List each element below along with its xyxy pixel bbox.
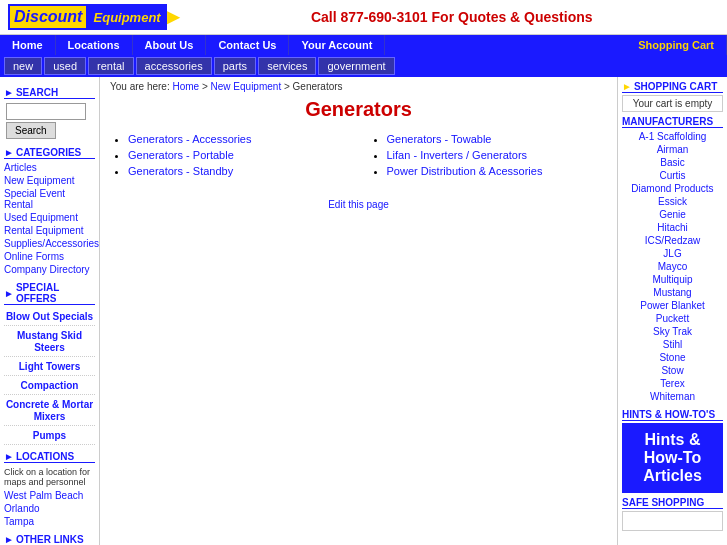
gen-towable-link[interactable]: Generators - Towable bbox=[387, 133, 492, 145]
loc-orlando[interactable]: Orlando bbox=[4, 502, 95, 515]
edit-page-link[interactable]: Edit this page bbox=[328, 199, 389, 210]
search-section-icon: ► bbox=[4, 87, 14, 98]
offer-pumps: Pumps bbox=[4, 426, 95, 445]
cart-header: ► SHOPPING CART bbox=[622, 81, 723, 93]
offer-blowout: Blow Out Specials bbox=[4, 307, 95, 326]
cat-link-supplies[interactable]: Supplies/Accessories bbox=[4, 237, 95, 250]
mfr-jlg[interactable]: JLG bbox=[622, 247, 723, 260]
categories-icon: ► bbox=[4, 147, 14, 158]
mfr-ics[interactable]: ICS/Redzaw bbox=[622, 234, 723, 247]
other-links-icon: ► bbox=[4, 534, 14, 545]
search-section-label: SEARCH bbox=[16, 87, 58, 98]
mfr-mustang[interactable]: Mustang bbox=[622, 286, 723, 299]
cart-icon: ► bbox=[622, 81, 632, 92]
nav-account[interactable]: Your Account bbox=[289, 35, 385, 55]
mfr-a1scaffolding[interactable]: A-1 Scaffolding bbox=[622, 130, 723, 143]
mfr-hitachi[interactable]: Hitachi bbox=[622, 221, 723, 234]
main-layout: ► SEARCH Search ► CATEGORIES Articles Ne… bbox=[0, 77, 727, 545]
loc-tampa[interactable]: Tampa bbox=[4, 515, 95, 528]
mfr-stow[interactable]: Stow bbox=[622, 364, 723, 377]
cat-accessories[interactable]: accessories bbox=[136, 57, 212, 75]
other-links-label: OTHER LINKS bbox=[16, 534, 84, 545]
cat-link-used-equipment[interactable]: Used Equipment bbox=[4, 211, 95, 224]
cat-parts[interactable]: parts bbox=[214, 57, 256, 75]
main-content: You are here: Home > New Equipment > Gen… bbox=[100, 77, 617, 545]
categories-label: CATEGORIES bbox=[16, 147, 81, 158]
manufacturers-header: MANUFACTURERS bbox=[622, 116, 723, 128]
mfr-terex[interactable]: Terex bbox=[622, 377, 723, 390]
edit-page: Edit this page bbox=[110, 199, 607, 210]
mfr-airman[interactable]: Airman bbox=[622, 143, 723, 156]
breadcrumb-new-equipment[interactable]: New Equipment bbox=[211, 81, 282, 92]
nav-home[interactable]: Home bbox=[0, 35, 56, 55]
manufacturer-list: A-1 Scaffolding Airman Basic Curtis Diam… bbox=[622, 130, 723, 403]
hints-line3: Articles bbox=[626, 467, 719, 485]
mfr-diamond[interactable]: Diamond Products bbox=[622, 182, 723, 195]
locations-label: LOCATIONS bbox=[16, 451, 74, 462]
right-sidebar: ► SHOPPING CART Your cart is empty MANUF… bbox=[617, 77, 727, 545]
gen-power-dist-link[interactable]: Power Distribution & Acessories bbox=[387, 165, 543, 177]
special-offers-list: Blow Out Specials Mustang Skid Steers Li… bbox=[4, 307, 95, 445]
cart-empty: Your cart is empty bbox=[622, 95, 723, 112]
special-offers-icon: ► bbox=[4, 288, 14, 299]
mfr-stone[interactable]: Stone bbox=[622, 351, 723, 364]
breadcrumb-home[interactable]: Home bbox=[172, 81, 199, 92]
header: Discount Equipment ► Call 877-690-3101 F… bbox=[0, 0, 727, 35]
mfr-power-blanket[interactable]: Power Blanket bbox=[622, 299, 723, 312]
cat-new[interactable]: new bbox=[4, 57, 42, 75]
cat-link-new-equipment[interactable]: New Equipment bbox=[4, 174, 95, 187]
loc-west-palm[interactable]: West Palm Beach bbox=[4, 489, 95, 502]
cat-link-rental-equipment[interactable]: Rental Equipment bbox=[4, 224, 95, 237]
nav-about[interactable]: About Us bbox=[133, 35, 207, 55]
locations-note: Click on a location for maps and personn… bbox=[4, 465, 95, 489]
cat-link-online-forms[interactable]: Online Forms bbox=[4, 250, 95, 263]
mfr-mayco[interactable]: Mayco bbox=[622, 260, 723, 273]
mfr-sky-trak[interactable]: Sky Trak bbox=[622, 325, 723, 338]
cat-link-company-dir[interactable]: Company Directory bbox=[4, 263, 95, 276]
hints-line1: Hints & bbox=[626, 431, 719, 449]
gen-col-2: Generators - Towable Lifan - Inverters /… bbox=[369, 131, 608, 179]
cat-government[interactable]: government bbox=[318, 57, 394, 75]
mfr-curtis[interactable]: Curtis bbox=[622, 169, 723, 182]
offer-light-towers: Light Towers bbox=[4, 357, 95, 376]
gen-portable-link[interactable]: Generators - Portable bbox=[128, 149, 234, 161]
locations-links: West Palm Beach Orlando Tampa bbox=[4, 489, 95, 528]
list-item: Lifan - Inverters / Generators bbox=[387, 147, 608, 163]
list-item: Generators - Standby bbox=[128, 163, 349, 179]
offer-mustang: Mustang Skid Steers bbox=[4, 326, 95, 357]
offer-concrete: Concrete & Mortar Mixers bbox=[4, 395, 95, 426]
top-nav: Home Locations About Us Contact Us Your … bbox=[0, 35, 727, 55]
nav-locations[interactable]: Locations bbox=[56, 35, 133, 55]
mfr-multiquip[interactable]: Multiquip bbox=[622, 273, 723, 286]
list-item: Power Distribution & Acessories bbox=[387, 163, 608, 179]
mfr-genie[interactable]: Genie bbox=[622, 208, 723, 221]
cat-used[interactable]: used bbox=[44, 57, 86, 75]
gen-standby-link[interactable]: Generators - Standby bbox=[128, 165, 233, 177]
offer-compaction: Compaction bbox=[4, 376, 95, 395]
safe-shopping-box bbox=[622, 511, 723, 531]
gen-lifan-link[interactable]: Lifan - Inverters / Generators bbox=[387, 149, 528, 161]
cat-rental[interactable]: rental bbox=[88, 57, 134, 75]
nav-cart[interactable]: Shopping Cart bbox=[626, 35, 727, 55]
cat-services[interactable]: services bbox=[258, 57, 316, 75]
mfr-puckett[interactable]: Puckett bbox=[622, 312, 723, 325]
mfr-stihl[interactable]: Stihl bbox=[622, 338, 723, 351]
mfr-basic[interactable]: Basic bbox=[622, 156, 723, 169]
search-button[interactable]: Search bbox=[6, 122, 56, 139]
gen-accessories-link[interactable]: Generators - Accessories bbox=[128, 133, 252, 145]
mfr-whiteman[interactable]: Whiteman bbox=[622, 390, 723, 403]
search-input[interactable] bbox=[6, 103, 86, 120]
cat-link-special-rental[interactable]: Special Event Rental bbox=[4, 187, 95, 211]
left-sidebar: ► SEARCH Search ► CATEGORIES Articles Ne… bbox=[0, 77, 100, 545]
other-links-header: ► OTHER LINKS bbox=[4, 534, 95, 545]
mfr-essick[interactable]: Essick bbox=[622, 195, 723, 208]
phone-text: Call 877-690-3101 For Quotes & Questions bbox=[184, 9, 719, 25]
page-title: Generators bbox=[110, 98, 607, 121]
hints-box[interactable]: Hints & How-To Articles bbox=[622, 423, 723, 493]
generators-columns: Generators - Accessories Generators - Po… bbox=[110, 131, 607, 179]
nav-contact[interactable]: Contact Us bbox=[206, 35, 289, 55]
logo-equipment: Equipment bbox=[94, 10, 161, 25]
list-item: Generators - Portable bbox=[128, 147, 349, 163]
cat-link-articles[interactable]: Articles bbox=[4, 161, 95, 174]
category-links: Articles New Equipment Special Event Ren… bbox=[4, 161, 95, 276]
